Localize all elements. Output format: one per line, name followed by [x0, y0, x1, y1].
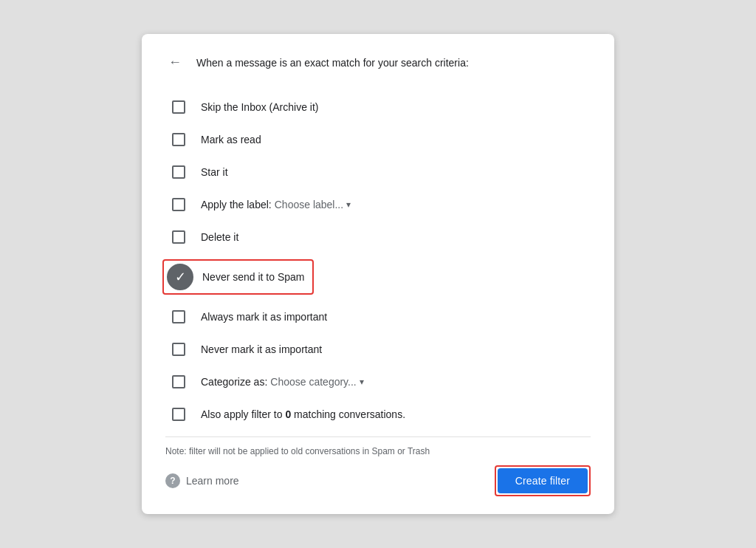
note-text: Note: filter will not be applied to old …	[165, 446, 591, 456]
checkbox-delete-it[interactable]	[172, 230, 185, 244]
help-icon[interactable]: ?	[165, 473, 180, 488]
option-never-important: Never mark it as important	[165, 333, 591, 366]
learn-more-link[interactable]: Learn more	[186, 475, 239, 487]
checkbox-wrapper-never-spam: ✓	[167, 264, 193, 290]
checkbox-wrapper-always-important	[165, 310, 192, 323]
checkbox-wrapper-delete-it	[165, 230, 192, 244]
checkbox-never-important[interactable]	[172, 343, 185, 356]
label-always-important: Always mark it as important	[201, 311, 327, 323]
label-apply-label: Apply the label:	[201, 199, 272, 210]
checkbox-wrapper-mark-read	[165, 133, 192, 146]
option-never-spam: ✓ Never send it to Spam	[165, 253, 591, 301]
label-delete-it: Delete it	[201, 231, 238, 243]
checkmark-icon: ✓	[175, 270, 186, 284]
create-filter-button[interactable]: Create filter	[498, 468, 588, 493]
checkbox-apply-label[interactable]	[172, 198, 185, 211]
create-filter-wrapper: Create filter	[495, 465, 591, 496]
label-also-apply: Also apply filter to 0 matching conversa…	[201, 408, 405, 420]
never-spam-highlighted-box: ✓ Never send it to Spam	[162, 259, 314, 295]
option-star-it: Star it	[165, 156, 591, 188]
back-button[interactable]: ←	[165, 52, 185, 73]
checkbox-never-spam[interactable]: ✓	[167, 264, 193, 290]
checkbox-wrapper-skip-inbox	[165, 100, 192, 114]
option-mark-read: Mark as read	[165, 123, 591, 156]
checkbox-wrapper-star-it	[165, 165, 192, 179]
checkbox-always-important[interactable]	[172, 310, 185, 323]
checkbox-star-it[interactable]	[172, 165, 185, 179]
label-dropdown-arrow-icon: ▾	[346, 199, 351, 210]
checkbox-skip-inbox[interactable]	[172, 100, 185, 114]
header-title: When a message is an exact match for you…	[196, 57, 469, 69]
label-categorize-as: Categorize as:	[201, 376, 267, 388]
label-dropdown[interactable]: Choose label... ▾	[275, 199, 351, 210]
checkbox-mark-read[interactable]	[172, 133, 185, 146]
dialog-header: ← When a message is an exact match for y…	[165, 52, 591, 73]
footer-row: ? Learn more Create filter	[165, 465, 591, 496]
category-dropdown-arrow-icon: ▾	[360, 377, 364, 387]
option-apply-label: Apply the label: Choose label... ▾	[165, 188, 591, 221]
checkbox-wrapper-apply-label	[165, 198, 192, 211]
checkbox-wrapper-also-apply	[165, 408, 192, 421]
label-mark-read: Mark as read	[201, 134, 261, 145]
option-delete-it: Delete it	[165, 221, 591, 253]
checkbox-wrapper-categorize-as	[165, 375, 192, 388]
note-section: Note: filter will not be applied to old …	[165, 446, 591, 456]
learn-more-group: ? Learn more	[165, 473, 239, 488]
divider	[165, 436, 591, 437]
category-dropdown-text: Choose category...	[270, 376, 356, 388]
also-apply-after: matching conversations.	[291, 408, 405, 420]
also-apply-before: Also apply filter to	[201, 408, 285, 420]
filter-dialog: ← When a message is an exact match for y…	[142, 34, 614, 514]
checkbox-categorize-as[interactable]	[172, 375, 185, 388]
option-categorize-as: Categorize as: Choose category... ▾	[165, 366, 591, 398]
back-arrow-icon: ←	[168, 55, 182, 70]
category-dropdown[interactable]: Choose category... ▾	[270, 376, 363, 388]
label-dropdown-text: Choose label...	[275, 199, 343, 210]
checkbox-wrapper-never-important	[165, 343, 192, 356]
option-also-apply: Also apply filter to 0 matching conversa…	[165, 398, 591, 431]
label-skip-inbox: Skip the Inbox (Archive it)	[201, 101, 319, 113]
label-star-it: Star it	[201, 166, 228, 178]
filter-options-list: Skip the Inbox (Archive it) Mark as read…	[165, 91, 591, 431]
option-always-important: Always mark it as important	[165, 301, 591, 333]
option-skip-inbox: Skip the Inbox (Archive it)	[165, 91, 591, 123]
checkbox-also-apply[interactable]	[172, 408, 185, 421]
label-never-important: Never mark it as important	[201, 343, 322, 355]
label-never-spam: Never send it to Spam	[202, 271, 305, 283]
